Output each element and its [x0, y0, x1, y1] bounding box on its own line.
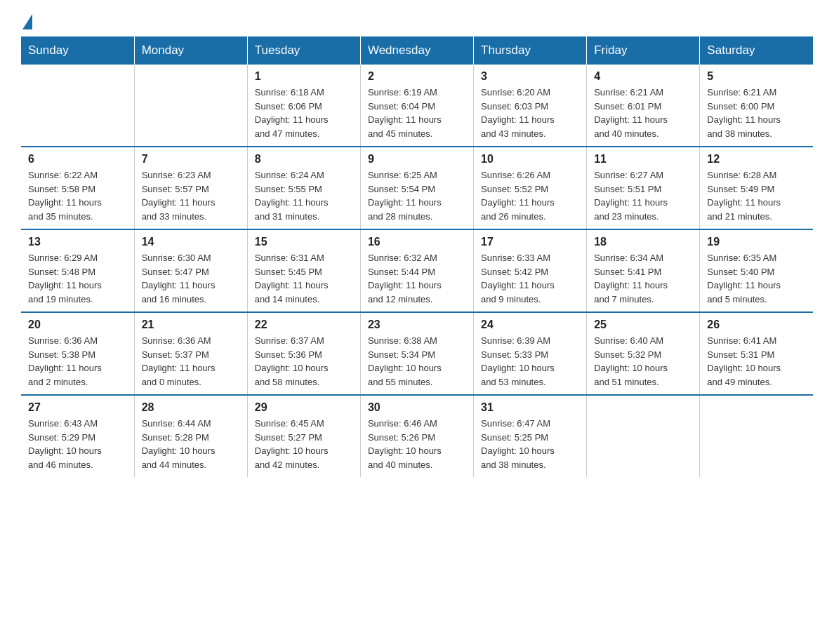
- day-info: Sunrise: 6:18 AM Sunset: 6:06 PM Dayligh…: [255, 86, 353, 140]
- calendar-cell: 21Sunrise: 6:36 AM Sunset: 5:37 PM Dayli…: [134, 312, 247, 395]
- day-number: 7: [142, 153, 240, 166]
- calendar-cell: 20Sunrise: 6:36 AM Sunset: 5:38 PM Dayli…: [21, 312, 134, 395]
- weekday-header-friday: Friday: [587, 36, 700, 65]
- day-number: 10: [481, 153, 579, 166]
- day-info: Sunrise: 6:21 AM Sunset: 6:00 PM Dayligh…: [707, 86, 806, 140]
- day-number: 21: [142, 318, 240, 331]
- weekday-header-tuesday: Tuesday: [247, 36, 360, 65]
- day-info: Sunrise: 6:45 AM Sunset: 5:27 PM Dayligh…: [255, 417, 353, 471]
- day-number: 5: [707, 70, 806, 83]
- calendar-cell: 9Sunrise: 6:25 AM Sunset: 5:54 PM Daylig…: [360, 147, 473, 229]
- calendar-cell: 12Sunrise: 6:28 AM Sunset: 5:49 PM Dayli…: [700, 147, 813, 229]
- day-info: Sunrise: 6:29 AM Sunset: 5:48 PM Dayligh…: [28, 251, 127, 306]
- day-number: 1: [255, 70, 353, 83]
- day-info: Sunrise: 6:47 AM Sunset: 5:25 PM Dayligh…: [481, 417, 579, 471]
- calendar-week-row: 27Sunrise: 6:43 AM Sunset: 5:29 PM Dayli…: [21, 395, 813, 477]
- logo-triangle-icon: [22, 14, 32, 29]
- calendar-cell: 14Sunrise: 6:30 AM Sunset: 5:47 PM Dayli…: [134, 229, 247, 312]
- day-number: 6: [28, 153, 127, 166]
- day-info: Sunrise: 6:24 AM Sunset: 5:55 PM Dayligh…: [255, 168, 353, 223]
- calendar-cell: 6Sunrise: 6:22 AM Sunset: 5:58 PM Daylig…: [21, 147, 134, 229]
- calendar-cell: 7Sunrise: 6:23 AM Sunset: 5:57 PM Daylig…: [134, 147, 247, 229]
- day-info: Sunrise: 6:34 AM Sunset: 5:41 PM Dayligh…: [594, 251, 692, 306]
- calendar-week-row: 13Sunrise: 6:29 AM Sunset: 5:48 PM Dayli…: [21, 229, 813, 312]
- page-header: [21, 14, 813, 29]
- day-info: Sunrise: 6:30 AM Sunset: 5:47 PM Dayligh…: [142, 251, 240, 306]
- day-number: 24: [481, 318, 579, 331]
- calendar-cell: 13Sunrise: 6:29 AM Sunset: 5:48 PM Dayli…: [21, 229, 134, 312]
- calendar-cell: 22Sunrise: 6:37 AM Sunset: 5:36 PM Dayli…: [247, 312, 360, 395]
- day-number: 31: [481, 401, 579, 414]
- calendar-cell: 24Sunrise: 6:39 AM Sunset: 5:33 PM Dayli…: [474, 312, 587, 395]
- calendar-cell: 19Sunrise: 6:35 AM Sunset: 5:40 PM Dayli…: [700, 229, 813, 312]
- calendar-cell: 17Sunrise: 6:33 AM Sunset: 5:42 PM Dayli…: [474, 229, 587, 312]
- calendar-cell: 4Sunrise: 6:21 AM Sunset: 6:01 PM Daylig…: [587, 65, 700, 147]
- day-number: 8: [255, 153, 353, 166]
- day-info: Sunrise: 6:44 AM Sunset: 5:28 PM Dayligh…: [142, 417, 240, 471]
- calendar-cell: [587, 395, 700, 477]
- calendar-week-row: 20Sunrise: 6:36 AM Sunset: 5:38 PM Dayli…: [21, 312, 813, 395]
- day-number: 25: [594, 318, 692, 331]
- calendar-cell: 18Sunrise: 6:34 AM Sunset: 5:41 PM Dayli…: [587, 229, 700, 312]
- day-info: Sunrise: 6:31 AM Sunset: 5:45 PM Dayligh…: [255, 251, 353, 306]
- calendar-cell: 26Sunrise: 6:41 AM Sunset: 5:31 PM Dayli…: [700, 312, 813, 395]
- day-info: Sunrise: 6:33 AM Sunset: 5:42 PM Dayligh…: [481, 251, 579, 306]
- calendar-cell: 8Sunrise: 6:24 AM Sunset: 5:55 PM Daylig…: [247, 147, 360, 229]
- day-info: Sunrise: 6:35 AM Sunset: 5:40 PM Dayligh…: [707, 251, 806, 306]
- calendar-cell: 15Sunrise: 6:31 AM Sunset: 5:45 PM Dayli…: [247, 229, 360, 312]
- calendar-body: 1Sunrise: 6:18 AM Sunset: 6:06 PM Daylig…: [21, 65, 813, 477]
- day-info: Sunrise: 6:25 AM Sunset: 5:54 PM Dayligh…: [368, 168, 466, 223]
- day-number: 15: [255, 236, 353, 248]
- day-info: Sunrise: 6:46 AM Sunset: 5:26 PM Dayligh…: [368, 417, 466, 471]
- day-number: 26: [707, 318, 806, 331]
- weekday-header-saturday: Saturday: [700, 36, 813, 65]
- calendar-cell: 28Sunrise: 6:44 AM Sunset: 5:28 PM Dayli…: [134, 395, 247, 477]
- day-info: Sunrise: 6:22 AM Sunset: 5:58 PM Dayligh…: [28, 168, 127, 223]
- day-number: 2: [368, 70, 466, 83]
- weekday-header-thursday: Thursday: [474, 36, 587, 65]
- calendar-header: SundayMondayTuesdayWednesdayThursdayFrid…: [21, 36, 813, 65]
- day-info: Sunrise: 6:36 AM Sunset: 5:38 PM Dayligh…: [28, 334, 127, 389]
- day-number: 30: [368, 401, 466, 414]
- calendar-cell: 30Sunrise: 6:46 AM Sunset: 5:26 PM Dayli…: [360, 395, 473, 477]
- calendar-cell: 23Sunrise: 6:38 AM Sunset: 5:34 PM Dayli…: [360, 312, 473, 395]
- calendar-cell: 5Sunrise: 6:21 AM Sunset: 6:00 PM Daylig…: [700, 65, 813, 147]
- day-number: 23: [368, 318, 466, 331]
- day-number: 17: [481, 236, 579, 248]
- day-info: Sunrise: 6:37 AM Sunset: 5:36 PM Dayligh…: [255, 334, 353, 389]
- calendar-week-row: 1Sunrise: 6:18 AM Sunset: 6:06 PM Daylig…: [21, 65, 813, 147]
- day-info: Sunrise: 6:43 AM Sunset: 5:29 PM Dayligh…: [28, 417, 127, 471]
- calendar-week-row: 6Sunrise: 6:22 AM Sunset: 5:58 PM Daylig…: [21, 147, 813, 229]
- calendar-cell: 25Sunrise: 6:40 AM Sunset: 5:32 PM Dayli…: [587, 312, 700, 395]
- day-info: Sunrise: 6:40 AM Sunset: 5:32 PM Dayligh…: [594, 334, 692, 389]
- calendar-cell: 16Sunrise: 6:32 AM Sunset: 5:44 PM Dayli…: [360, 229, 473, 312]
- calendar-table: SundayMondayTuesdayWednesdayThursdayFrid…: [21, 36, 813, 477]
- day-number: 29: [255, 401, 353, 414]
- day-number: 18: [594, 236, 692, 248]
- day-number: 3: [481, 70, 579, 83]
- weekday-header-row: SundayMondayTuesdayWednesdayThursdayFrid…: [21, 36, 813, 65]
- calendar-cell: 3Sunrise: 6:20 AM Sunset: 6:03 PM Daylig…: [474, 65, 587, 147]
- calendar-cell: 29Sunrise: 6:45 AM Sunset: 5:27 PM Dayli…: [247, 395, 360, 477]
- calendar-cell: 10Sunrise: 6:26 AM Sunset: 5:52 PM Dayli…: [474, 147, 587, 229]
- day-info: Sunrise: 6:39 AM Sunset: 5:33 PM Dayligh…: [481, 334, 579, 389]
- day-number: 19: [707, 236, 806, 248]
- day-number: 9: [368, 153, 466, 166]
- calendar-cell: 31Sunrise: 6:47 AM Sunset: 5:25 PM Dayli…: [474, 395, 587, 477]
- day-info: Sunrise: 6:27 AM Sunset: 5:51 PM Dayligh…: [594, 168, 692, 223]
- day-info: Sunrise: 6:32 AM Sunset: 5:44 PM Dayligh…: [368, 251, 466, 306]
- day-number: 28: [142, 401, 240, 414]
- day-info: Sunrise: 6:20 AM Sunset: 6:03 PM Dayligh…: [481, 86, 579, 140]
- day-number: 22: [255, 318, 353, 331]
- day-number: 11: [594, 153, 692, 166]
- day-info: Sunrise: 6:36 AM Sunset: 5:37 PM Dayligh…: [142, 334, 240, 389]
- calendar-cell: 11Sunrise: 6:27 AM Sunset: 5:51 PM Dayli…: [587, 147, 700, 229]
- day-number: 20: [28, 318, 127, 331]
- calendar-cell: [21, 65, 134, 147]
- calendar-cell: [134, 65, 247, 147]
- calendar-cell: 27Sunrise: 6:43 AM Sunset: 5:29 PM Dayli…: [21, 395, 134, 477]
- calendar-cell: 2Sunrise: 6:19 AM Sunset: 6:04 PM Daylig…: [360, 65, 473, 147]
- calendar-cell: 1Sunrise: 6:18 AM Sunset: 6:06 PM Daylig…: [247, 65, 360, 147]
- day-info: Sunrise: 6:28 AM Sunset: 5:49 PM Dayligh…: [707, 168, 806, 223]
- day-info: Sunrise: 6:26 AM Sunset: 5:52 PM Dayligh…: [481, 168, 579, 223]
